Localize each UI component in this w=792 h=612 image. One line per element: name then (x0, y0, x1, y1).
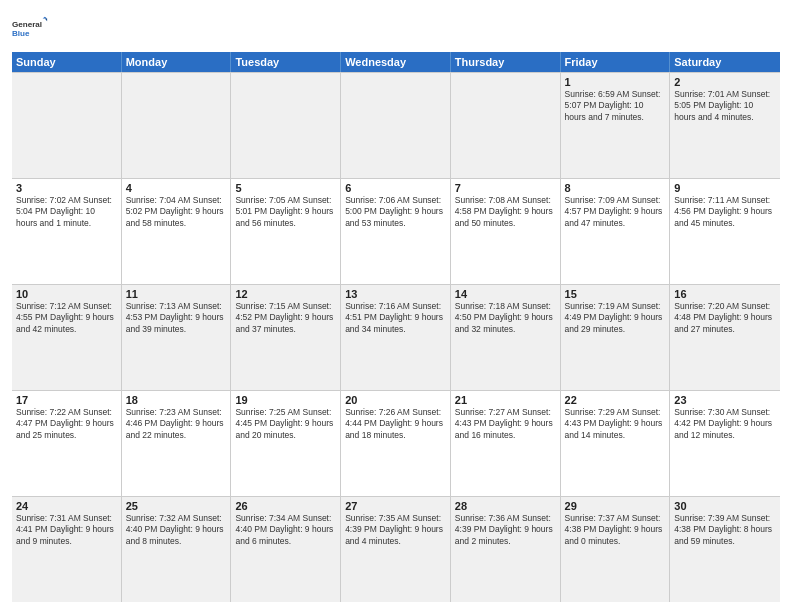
day-cell-14: 14Sunrise: 7:18 AM Sunset: 4:50 PM Dayli… (451, 285, 561, 390)
day-number: 24 (16, 500, 117, 512)
week-row-3: 10Sunrise: 7:12 AM Sunset: 4:55 PM Dayli… (12, 284, 780, 390)
day-header-tuesday: Tuesday (231, 52, 341, 72)
day-cell-6: 6Sunrise: 7:06 AM Sunset: 5:00 PM Daylig… (341, 179, 451, 284)
day-number: 16 (674, 288, 776, 300)
day-number: 13 (345, 288, 446, 300)
calendar-header: SundayMondayTuesdayWednesdayThursdayFrid… (12, 52, 780, 72)
day-cell-1: 1Sunrise: 6:59 AM Sunset: 5:07 PM Daylig… (561, 73, 671, 178)
day-number: 2 (674, 76, 776, 88)
day-info: Sunrise: 7:06 AM Sunset: 5:00 PM Dayligh… (345, 195, 446, 229)
day-number: 22 (565, 394, 666, 406)
day-info: Sunrise: 7:02 AM Sunset: 5:04 PM Dayligh… (16, 195, 117, 229)
day-number: 1 (565, 76, 666, 88)
day-header-friday: Friday (561, 52, 671, 72)
day-cell-5: 5Sunrise: 7:05 AM Sunset: 5:01 PM Daylig… (231, 179, 341, 284)
day-cell-empty (12, 73, 122, 178)
day-info: Sunrise: 7:11 AM Sunset: 4:56 PM Dayligh… (674, 195, 776, 229)
day-header-sunday: Sunday (12, 52, 122, 72)
day-cell-4: 4Sunrise: 7:04 AM Sunset: 5:02 PM Daylig… (122, 179, 232, 284)
day-number: 8 (565, 182, 666, 194)
day-cell-26: 26Sunrise: 7:34 AM Sunset: 4:40 PM Dayli… (231, 497, 341, 602)
week-row-2: 3Sunrise: 7:02 AM Sunset: 5:04 PM Daylig… (12, 178, 780, 284)
week-row-1: 1Sunrise: 6:59 AM Sunset: 5:07 PM Daylig… (12, 72, 780, 178)
day-info: Sunrise: 7:09 AM Sunset: 4:57 PM Dayligh… (565, 195, 666, 229)
svg-text:General: General (12, 20, 42, 29)
day-number: 4 (126, 182, 227, 194)
day-cell-21: 21Sunrise: 7:27 AM Sunset: 4:43 PM Dayli… (451, 391, 561, 496)
day-cell-16: 16Sunrise: 7:20 AM Sunset: 4:48 PM Dayli… (670, 285, 780, 390)
day-info: Sunrise: 7:27 AM Sunset: 4:43 PM Dayligh… (455, 407, 556, 441)
day-cell-23: 23Sunrise: 7:30 AM Sunset: 4:42 PM Dayli… (670, 391, 780, 496)
day-cell-28: 28Sunrise: 7:36 AM Sunset: 4:39 PM Dayli… (451, 497, 561, 602)
day-number: 5 (235, 182, 336, 194)
day-info: Sunrise: 7:18 AM Sunset: 4:50 PM Dayligh… (455, 301, 556, 335)
day-cell-19: 19Sunrise: 7:25 AM Sunset: 4:45 PM Dayli… (231, 391, 341, 496)
day-number: 29 (565, 500, 666, 512)
week-row-5: 24Sunrise: 7:31 AM Sunset: 4:41 PM Dayli… (12, 496, 780, 602)
day-cell-24: 24Sunrise: 7:31 AM Sunset: 4:41 PM Dayli… (12, 497, 122, 602)
day-info: Sunrise: 7:23 AM Sunset: 4:46 PM Dayligh… (126, 407, 227, 441)
day-number: 12 (235, 288, 336, 300)
day-info: Sunrise: 7:13 AM Sunset: 4:53 PM Dayligh… (126, 301, 227, 335)
day-cell-8: 8Sunrise: 7:09 AM Sunset: 4:57 PM Daylig… (561, 179, 671, 284)
day-header-monday: Monday (122, 52, 232, 72)
day-cell-12: 12Sunrise: 7:15 AM Sunset: 4:52 PM Dayli… (231, 285, 341, 390)
day-cell-11: 11Sunrise: 7:13 AM Sunset: 4:53 PM Dayli… (122, 285, 232, 390)
day-info: Sunrise: 7:08 AM Sunset: 4:58 PM Dayligh… (455, 195, 556, 229)
calendar-body: 1Sunrise: 6:59 AM Sunset: 5:07 PM Daylig… (12, 72, 780, 602)
day-number: 6 (345, 182, 446, 194)
day-info: Sunrise: 7:25 AM Sunset: 4:45 PM Dayligh… (235, 407, 336, 441)
day-info: Sunrise: 7:26 AM Sunset: 4:44 PM Dayligh… (345, 407, 446, 441)
day-info: Sunrise: 7:15 AM Sunset: 4:52 PM Dayligh… (235, 301, 336, 335)
day-cell-7: 7Sunrise: 7:08 AM Sunset: 4:58 PM Daylig… (451, 179, 561, 284)
day-info: Sunrise: 7:36 AM Sunset: 4:39 PM Dayligh… (455, 513, 556, 547)
day-number: 20 (345, 394, 446, 406)
day-info: Sunrise: 7:01 AM Sunset: 5:05 PM Dayligh… (674, 89, 776, 123)
day-cell-27: 27Sunrise: 7:35 AM Sunset: 4:39 PM Dayli… (341, 497, 451, 602)
day-info: Sunrise: 7:32 AM Sunset: 4:40 PM Dayligh… (126, 513, 227, 547)
day-info: Sunrise: 7:34 AM Sunset: 4:40 PM Dayligh… (235, 513, 336, 547)
day-info: Sunrise: 7:30 AM Sunset: 4:42 PM Dayligh… (674, 407, 776, 441)
calendar: SundayMondayTuesdayWednesdayThursdayFrid… (12, 52, 780, 602)
day-number: 21 (455, 394, 556, 406)
day-number: 27 (345, 500, 446, 512)
day-number: 7 (455, 182, 556, 194)
day-number: 3 (16, 182, 117, 194)
day-cell-2: 2Sunrise: 7:01 AM Sunset: 5:05 PM Daylig… (670, 73, 780, 178)
day-cell-3: 3Sunrise: 7:02 AM Sunset: 5:04 PM Daylig… (12, 179, 122, 284)
svg-text:Blue: Blue (12, 29, 30, 38)
day-cell-empty (451, 73, 561, 178)
week-row-4: 17Sunrise: 7:22 AM Sunset: 4:47 PM Dayli… (12, 390, 780, 496)
day-info: Sunrise: 7:37 AM Sunset: 4:38 PM Dayligh… (565, 513, 666, 547)
day-cell-10: 10Sunrise: 7:12 AM Sunset: 4:55 PM Dayli… (12, 285, 122, 390)
day-header-thursday: Thursday (451, 52, 561, 72)
day-cell-30: 30Sunrise: 7:39 AM Sunset: 4:38 PM Dayli… (670, 497, 780, 602)
day-info: Sunrise: 6:59 AM Sunset: 5:07 PM Dayligh… (565, 89, 666, 123)
day-number: 26 (235, 500, 336, 512)
day-cell-18: 18Sunrise: 7:23 AM Sunset: 4:46 PM Dayli… (122, 391, 232, 496)
day-cell-empty (341, 73, 451, 178)
day-info: Sunrise: 7:19 AM Sunset: 4:49 PM Dayligh… (565, 301, 666, 335)
day-cell-empty (122, 73, 232, 178)
day-number: 15 (565, 288, 666, 300)
day-cell-empty (231, 73, 341, 178)
day-cell-25: 25Sunrise: 7:32 AM Sunset: 4:40 PM Dayli… (122, 497, 232, 602)
day-info: Sunrise: 7:31 AM Sunset: 4:41 PM Dayligh… (16, 513, 117, 547)
day-info: Sunrise: 7:39 AM Sunset: 4:38 PM Dayligh… (674, 513, 776, 547)
day-cell-29: 29Sunrise: 7:37 AM Sunset: 4:38 PM Dayli… (561, 497, 671, 602)
day-cell-20: 20Sunrise: 7:26 AM Sunset: 4:44 PM Dayli… (341, 391, 451, 496)
day-number: 11 (126, 288, 227, 300)
day-info: Sunrise: 7:35 AM Sunset: 4:39 PM Dayligh… (345, 513, 446, 547)
day-header-saturday: Saturday (670, 52, 780, 72)
day-number: 18 (126, 394, 227, 406)
day-number: 14 (455, 288, 556, 300)
day-number: 19 (235, 394, 336, 406)
day-number: 10 (16, 288, 117, 300)
day-info: Sunrise: 7:05 AM Sunset: 5:01 PM Dayligh… (235, 195, 336, 229)
day-info: Sunrise: 7:12 AM Sunset: 4:55 PM Dayligh… (16, 301, 117, 335)
day-number: 17 (16, 394, 117, 406)
day-header-wednesday: Wednesday (341, 52, 451, 72)
day-info: Sunrise: 7:22 AM Sunset: 4:47 PM Dayligh… (16, 407, 117, 441)
logo: General Blue (12, 10, 48, 46)
day-info: Sunrise: 7:20 AM Sunset: 4:48 PM Dayligh… (674, 301, 776, 335)
